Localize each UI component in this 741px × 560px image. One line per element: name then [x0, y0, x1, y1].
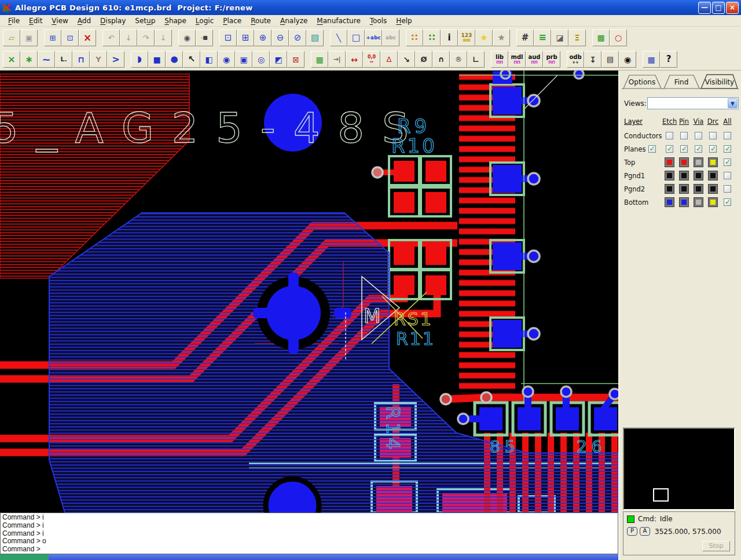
delete-button[interactable]: ×	[79, 30, 96, 46]
dimension-angular-button[interactable]: Δ	[380, 51, 398, 68]
pgnd2-all-checkbox[interactable]	[724, 185, 731, 193]
unrats-all-button[interactable]: ×	[3, 51, 20, 68]
place-manual-button[interactable]: ▩	[592, 30, 610, 46]
planes-master-checkbox[interactable]	[648, 145, 656, 153]
zoom-in-button[interactable]: ⊕	[254, 30, 272, 46]
dimension-datum-button[interactable]: 0,0↔	[363, 51, 380, 68]
menu-add[interactable]: Add	[73, 16, 96, 26]
menu-logic[interactable]: Logic	[191, 16, 218, 26]
pgnd2-drc-swatch[interactable]	[708, 184, 718, 194]
ncdrill-legend-button[interactable]: ↧	[584, 51, 601, 68]
copy-button[interactable]: ⊡	[61, 30, 79, 46]
menu-shape[interactable]: Shape	[160, 16, 191, 26]
pick-button[interactable]: P	[627, 527, 637, 536]
column-header-pin[interactable]: Pin	[677, 117, 691, 126]
world-view-map[interactable]	[623, 428, 735, 510]
pgnd1-pin-swatch[interactable]	[679, 171, 689, 180]
select-shape-button[interactable]: ↖	[183, 51, 200, 68]
planes-drc-checkbox[interactable]	[709, 145, 717, 153]
zoom-previous-button[interactable]: ⊘	[289, 30, 306, 46]
menu-view[interactable]: View	[47, 16, 72, 26]
shape-polygon-button[interactable]: ◗	[131, 51, 148, 68]
conductors-drc-checkbox[interactable]	[709, 132, 717, 139]
bottom-etch-swatch[interactable]	[665, 197, 674, 207]
column-header-etch[interactable]: Etch	[662, 117, 677, 126]
horizontal-scrollbar[interactable]	[0, 554, 618, 560]
minimize-button[interactable]: —	[698, 2, 711, 14]
show-element-button[interactable]: i	[441, 30, 458, 46]
undo-options-button[interactable]: ↓	[120, 30, 137, 46]
redo-button[interactable]: ↷	[137, 30, 155, 46]
column-header-all[interactable]: All	[720, 117, 735, 126]
constraints-button[interactable]: Ξ	[568, 30, 586, 46]
rats-all-button[interactable]: ∗	[20, 51, 38, 68]
column-header-layer[interactable]: Layer	[624, 117, 662, 126]
shape-move-button[interactable]: ◧	[200, 51, 218, 68]
edit-text-button[interactable]: abc	[382, 30, 399, 46]
planes-pin-checkbox[interactable]	[680, 145, 688, 153]
grid-toggle-button[interactable]: #	[516, 30, 534, 46]
column-header-drc[interactable]: Drc	[706, 117, 720, 126]
dimension-balloon-button[interactable]: ®	[450, 51, 467, 68]
unhighlight-button[interactable]: ★	[493, 30, 510, 46]
custom-smooth-button[interactable]: ⊓	[72, 51, 90, 68]
viewport-rect[interactable]	[653, 488, 669, 502]
pgnd2-pin-swatch[interactable]	[679, 184, 689, 194]
shape-circular-button[interactable]: ●	[166, 51, 183, 68]
align-objects-button[interactable]: →|	[328, 51, 346, 68]
absolute-button[interactable]: A	[640, 527, 650, 536]
conductors-etch-checkbox[interactable]	[666, 132, 673, 139]
close-button[interactable]: ×	[726, 2, 739, 14]
pgnd1-via-swatch[interactable]	[694, 171, 703, 180]
void-delete-button[interactable]: ⊠	[287, 51, 305, 68]
stop-button[interactable]: Stop	[702, 541, 730, 551]
pcb-canvas[interactable]: 5 _ A G 2 5 - 4 8 SR9R10RS1R11MR148526	[0, 71, 618, 513]
menu-manufacture[interactable]: Manufacture	[312, 16, 365, 26]
pgnd1-etch-swatch[interactable]	[665, 171, 674, 180]
views-dropdown[interactable]: ▼	[647, 97, 739, 109]
open-button[interactable]: ▱	[3, 30, 20, 46]
tab-visibility[interactable]: Visibility	[701, 75, 738, 89]
menu-place[interactable]: Place	[218, 16, 246, 26]
aud-button[interactable]: audПП	[526, 51, 543, 68]
add-line-button[interactable]: ╲	[330, 30, 347, 46]
edit-vertex-button[interactable]: Y	[90, 51, 107, 68]
bottom-pin-swatch[interactable]	[679, 197, 689, 207]
shadow-mode-button[interactable]: ◪	[551, 30, 568, 46]
zoom-points-button[interactable]: ⊡	[219, 30, 237, 46]
top-drc-swatch[interactable]	[708, 157, 718, 167]
menu-edit[interactable]: Edit	[24, 16, 47, 26]
dimension-radius-button[interactable]: ∩	[432, 51, 450, 68]
void-polygon-button[interactable]: ◩	[270, 51, 287, 68]
planes-etch-checkbox[interactable]	[666, 145, 673, 153]
menu-file[interactable]: File	[3, 16, 24, 26]
world-view-button[interactable]: ◉	[178, 30, 196, 46]
save-button[interactable]: ▣	[20, 30, 38, 46]
bottom-drc-swatch[interactable]	[708, 197, 718, 207]
planes-via-checkbox[interactable]	[695, 145, 702, 153]
pgnd1-all-checkbox[interactable]	[724, 172, 731, 179]
odb-out-button[interactable]: odb++	[567, 51, 584, 68]
conductors-all-checkbox[interactable]	[724, 132, 731, 139]
add-rect-button[interactable]: □	[347, 30, 365, 46]
dimension-leader-button[interactable]: ↘	[398, 51, 415, 68]
dimension-chamfer-button[interactable]: ∟	[467, 51, 485, 68]
cross-section-button[interactable]: ≡	[534, 30, 551, 46]
menu-setup[interactable]: Setup	[130, 16, 160, 26]
ncdrill-table-button[interactable]: ▤	[601, 51, 619, 68]
top-pin-swatch[interactable]	[679, 157, 689, 167]
ncdrill-param-button[interactable]: ◉	[619, 51, 636, 68]
redo-options-button[interactable]: ↓	[155, 30, 172, 46]
dimension-linear-button[interactable]: ↔	[346, 51, 363, 68]
tab-find[interactable]: Find	[664, 75, 699, 89]
menu-tools[interactable]: Tools	[365, 16, 392, 26]
move-button[interactable]: ⊞	[44, 30, 61, 46]
prb-button[interactable]: prbПП	[543, 51, 560, 68]
undo-button[interactable]: ↶	[102, 30, 120, 46]
zoom-box-button[interactable]: ⊞	[237, 30, 254, 46]
highlight-button[interactable]: ★	[475, 30, 493, 46]
top-all-checkbox[interactable]	[724, 159, 731, 166]
command-console[interactable]: Command > iCommand > iCommand > iCommand…	[0, 513, 618, 554]
shape-edit-boundary-button[interactable]: ◉	[218, 51, 235, 68]
menu-help[interactable]: Help	[391, 16, 416, 26]
